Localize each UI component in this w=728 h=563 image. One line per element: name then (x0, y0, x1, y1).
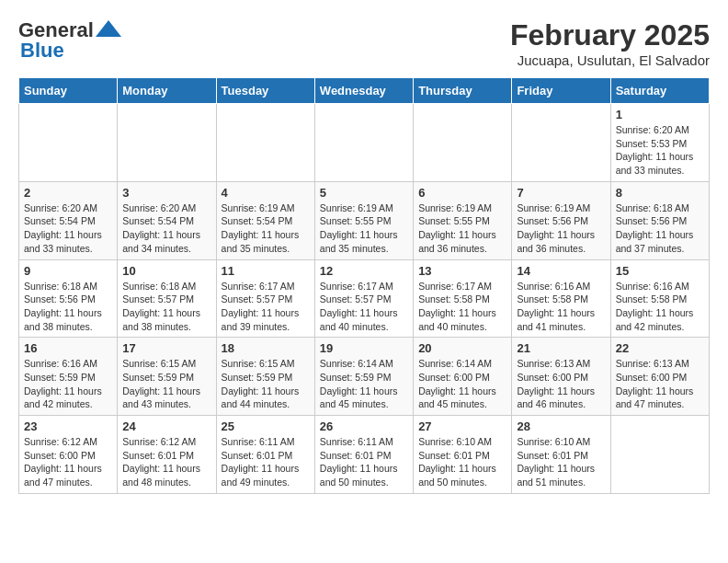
calendar-cell: 14Sunrise: 6:16 AM Sunset: 5:58 PM Dayli… (512, 259, 610, 338)
day-number: 5 (320, 186, 408, 200)
day-info: Sunrise: 6:12 AM Sunset: 6:00 PM Dayligh… (24, 435, 112, 489)
calendar-cell: 23Sunrise: 6:12 AM Sunset: 6:00 PM Dayli… (19, 416, 118, 494)
day-info: Sunrise: 6:15 AM Sunset: 5:59 PM Dayligh… (222, 357, 310, 411)
calendar-cell: 7Sunrise: 6:19 AM Sunset: 5:56 PM Daylig… (512, 181, 610, 259)
day-number: 21 (517, 341, 605, 355)
svg-marker-0 (96, 20, 121, 37)
day-info: Sunrise: 6:18 AM Sunset: 5:56 PM Dayligh… (24, 280, 112, 334)
day-info: Sunrise: 6:19 AM Sunset: 5:54 PM Dayligh… (222, 201, 310, 256)
calendar-cell: 19Sunrise: 6:14 AM Sunset: 5:59 PM Dayli… (314, 338, 413, 416)
day-number: 27 (418, 419, 506, 433)
logo-arrow-icon (96, 20, 121, 37)
title-block: February 2025 Jucuapa, Usulutan, El Salv… (510, 18, 710, 68)
calendar-cell: 25Sunrise: 6:11 AM Sunset: 6:01 PM Dayli… (216, 416, 314, 494)
day-number: 26 (320, 419, 408, 433)
calendar-cell: 15Sunrise: 6:16 AM Sunset: 5:58 PM Dayli… (610, 259, 709, 338)
day-info: Sunrise: 6:20 AM Sunset: 5:54 PM Dayligh… (122, 201, 210, 256)
calendar-cell: 21Sunrise: 6:13 AM Sunset: 6:00 PM Dayli… (512, 338, 610, 416)
day-number: 23 (24, 419, 112, 433)
calendar-cell: 8Sunrise: 6:18 AM Sunset: 5:56 PM Daylig… (610, 181, 709, 259)
calendar-cell: 11Sunrise: 6:17 AM Sunset: 5:57 PM Dayli… (216, 259, 314, 338)
day-number: 8 (616, 186, 704, 200)
calendar-cell: 6Sunrise: 6:19 AM Sunset: 5:55 PM Daylig… (414, 181, 512, 259)
day-info: Sunrise: 6:15 AM Sunset: 5:59 PM Dayligh… (122, 357, 210, 411)
day-number: 20 (418, 341, 506, 355)
day-number: 17 (122, 341, 210, 355)
day-info: Sunrise: 6:10 AM Sunset: 6:01 PM Dayligh… (517, 435, 605, 489)
day-info: Sunrise: 6:17 AM Sunset: 5:57 PM Dayligh… (320, 280, 408, 334)
calendar-cell: 10Sunrise: 6:18 AM Sunset: 5:57 PM Dayli… (118, 259, 216, 338)
calendar-cell: 13Sunrise: 6:17 AM Sunset: 5:58 PM Dayli… (414, 259, 512, 338)
logo-blue-text: Blue (18, 39, 64, 63)
day-info: Sunrise: 6:13 AM Sunset: 6:00 PM Dayligh… (517, 357, 605, 411)
day-info: Sunrise: 6:17 AM Sunset: 5:58 PM Dayligh… (418, 280, 506, 334)
calendar-cell: 28Sunrise: 6:10 AM Sunset: 6:01 PM Dayli… (512, 416, 610, 494)
calendar-cell (610, 416, 709, 494)
day-number: 9 (24, 264, 112, 278)
calendar-cell: 20Sunrise: 6:14 AM Sunset: 6:00 PM Dayli… (414, 338, 512, 416)
calendar-header-row: SundayMondayTuesdayWednesdayThursdayFrid… (19, 78, 710, 104)
day-number: 13 (418, 264, 506, 278)
day-number: 1 (616, 108, 704, 121)
calendar-day-header: Monday (118, 78, 216, 104)
calendar-cell: 17Sunrise: 6:15 AM Sunset: 5:59 PM Dayli… (118, 338, 216, 416)
day-info: Sunrise: 6:18 AM Sunset: 5:57 PM Dayligh… (122, 280, 210, 334)
day-number: 11 (222, 264, 310, 278)
day-info: Sunrise: 6:12 AM Sunset: 6:01 PM Dayligh… (122, 435, 210, 489)
day-number: 3 (122, 186, 210, 200)
calendar-cell: 18Sunrise: 6:15 AM Sunset: 5:59 PM Dayli… (216, 338, 314, 416)
day-number: 28 (517, 419, 605, 433)
calendar-cell: 24Sunrise: 6:12 AM Sunset: 6:01 PM Dayli… (118, 416, 216, 494)
day-number: 6 (418, 186, 506, 200)
day-number: 19 (320, 341, 408, 355)
calendar-cell: 2Sunrise: 6:20 AM Sunset: 5:54 PM Daylig… (19, 181, 118, 259)
calendar-cell: 22Sunrise: 6:13 AM Sunset: 6:00 PM Dayli… (610, 338, 709, 416)
day-info: Sunrise: 6:20 AM Sunset: 5:53 PM Dayligh… (616, 123, 704, 178)
day-number: 25 (222, 419, 310, 433)
logo: General Blue (18, 18, 121, 63)
calendar-cell (118, 104, 216, 182)
calendar-cell (512, 104, 610, 182)
calendar-cell: 16Sunrise: 6:16 AM Sunset: 5:59 PM Dayli… (19, 338, 118, 416)
day-info: Sunrise: 6:18 AM Sunset: 5:56 PM Dayligh… (616, 201, 704, 256)
calendar-cell: 27Sunrise: 6:10 AM Sunset: 6:01 PM Dayli… (414, 416, 512, 494)
day-info: Sunrise: 6:14 AM Sunset: 6:00 PM Dayligh… (418, 357, 506, 411)
calendar-cell: 12Sunrise: 6:17 AM Sunset: 5:57 PM Dayli… (314, 259, 413, 338)
day-info: Sunrise: 6:19 AM Sunset: 5:55 PM Dayligh… (418, 201, 506, 256)
calendar-cell: 26Sunrise: 6:11 AM Sunset: 6:01 PM Dayli… (314, 416, 413, 494)
calendar-cell (414, 104, 512, 182)
calendar-cell: 5Sunrise: 6:19 AM Sunset: 5:55 PM Daylig… (314, 181, 413, 259)
calendar-week-row: 9Sunrise: 6:18 AM Sunset: 5:56 PM Daylig… (19, 259, 710, 338)
day-number: 22 (616, 341, 704, 355)
day-info: Sunrise: 6:20 AM Sunset: 5:54 PM Dayligh… (24, 201, 112, 256)
day-number: 18 (222, 341, 310, 355)
calendar-week-row: 1Sunrise: 6:20 AM Sunset: 5:53 PM Daylig… (19, 104, 710, 182)
calendar-subtitle: Jucuapa, Usulutan, El Salvador (510, 52, 710, 68)
day-info: Sunrise: 6:11 AM Sunset: 6:01 PM Dayligh… (222, 435, 310, 489)
day-info: Sunrise: 6:19 AM Sunset: 5:56 PM Dayligh… (517, 201, 605, 256)
day-info: Sunrise: 6:13 AM Sunset: 6:00 PM Dayligh… (616, 357, 704, 411)
day-info: Sunrise: 6:14 AM Sunset: 5:59 PM Dayligh… (320, 357, 408, 411)
day-number: 12 (320, 264, 408, 278)
calendar-day-header: Friday (512, 78, 610, 104)
calendar-day-header: Tuesday (216, 78, 314, 104)
calendar-week-row: 2Sunrise: 6:20 AM Sunset: 5:54 PM Daylig… (19, 181, 710, 259)
calendar-cell (19, 104, 118, 182)
day-info: Sunrise: 6:16 AM Sunset: 5:58 PM Dayligh… (616, 280, 704, 334)
day-info: Sunrise: 6:19 AM Sunset: 5:55 PM Dayligh… (320, 201, 408, 256)
day-info: Sunrise: 6:16 AM Sunset: 5:58 PM Dayligh… (517, 280, 605, 334)
day-number: 2 (24, 186, 112, 200)
calendar-day-header: Sunday (19, 78, 118, 104)
day-number: 4 (222, 186, 310, 200)
calendar-table: SundayMondayTuesdayWednesdayThursdayFrid… (18, 77, 710, 494)
calendar-cell (314, 104, 413, 182)
page-header: General Blue February 2025 Jucuapa, Usul… (18, 18, 710, 68)
day-number: 14 (517, 264, 605, 278)
day-info: Sunrise: 6:17 AM Sunset: 5:57 PM Dayligh… (222, 280, 310, 334)
day-info: Sunrise: 6:10 AM Sunset: 6:01 PM Dayligh… (418, 435, 506, 489)
day-number: 24 (122, 419, 210, 433)
calendar-title: February 2025 (510, 18, 710, 52)
calendar-week-row: 16Sunrise: 6:16 AM Sunset: 5:59 PM Dayli… (19, 338, 710, 416)
calendar-day-header: Wednesday (314, 78, 413, 104)
calendar-cell: 9Sunrise: 6:18 AM Sunset: 5:56 PM Daylig… (19, 259, 118, 338)
